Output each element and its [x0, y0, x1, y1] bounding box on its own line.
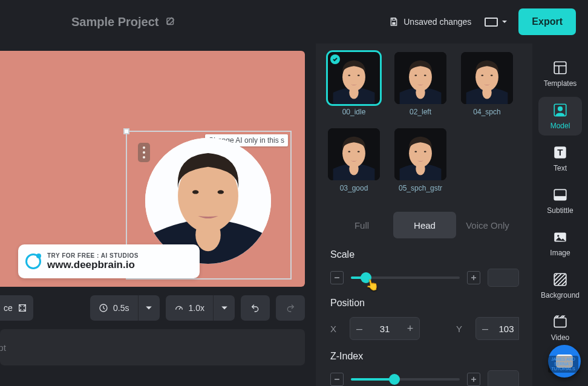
project-title-text: Sample Project [71, 15, 159, 29]
zindex-knob[interactable] [389, 374, 400, 385]
scale-value-input[interactable] [488, 269, 519, 287]
scale-decrement[interactable] [330, 271, 344, 284]
resize-handle-tl[interactable] [123, 128, 129, 134]
rail-image[interactable]: Image [538, 224, 582, 263]
check-icon [330, 54, 340, 64]
speed-button[interactable]: 1.0x [166, 295, 213, 321]
promo-tagline: TRY FOR FREE : AI STUDIOS [47, 252, 139, 259]
rail-label: Image [550, 249, 570, 257]
svg-point-17 [558, 107, 563, 111]
undo-button[interactable] [241, 295, 270, 321]
zindex-value-input[interactable] [488, 370, 519, 386]
scale-label: Scale [330, 249, 519, 260]
expand-icon [18, 303, 27, 313]
canvas-toolbar: ce 0.5s 1.0x [0, 295, 305, 321]
duration-button[interactable]: 0.5s [90, 295, 137, 321]
help-chat-button[interactable]: JAMES AND SERNA'S TUTORIALS [548, 345, 581, 378]
rail-label: Model [550, 122, 570, 130]
top-bar: Sample Project Unsaved changes Export [0, 0, 588, 44]
rail-label: Subtittle [547, 206, 573, 215]
x-stepper[interactable]: – 31 + [350, 317, 420, 340]
position-section: Position X – 31 + Y – 103 [330, 298, 519, 340]
model-thumb-05_spch_gstr[interactable]: 05_spch_gstr [394, 128, 446, 192]
rail-subtitle[interactable]: Subtittle [538, 182, 582, 220]
svg-rect-25 [554, 318, 566, 327]
thumb-label: 02_left [410, 108, 431, 116]
model-thumb-03_good[interactable]: 03_good [328, 128, 380, 192]
speedometer-icon [174, 303, 184, 313]
svg-point-23 [557, 235, 559, 237]
undo-icon [250, 303, 260, 313]
promo-url: www.deepbrain.io [47, 259, 135, 270]
mode-tab-head[interactable]: Head [393, 212, 456, 238]
thumb-label: 00_idle [342, 108, 366, 116]
svg-rect-11 [393, 18, 396, 20]
model-thumb-02_left[interactable]: 02_left [394, 52, 446, 116]
speed-dropdown[interactable] [213, 295, 235, 321]
rail-label: Background [541, 291, 580, 299]
edit-icon[interactable] [165, 16, 176, 27]
viewport-selector[interactable] [485, 18, 508, 27]
scale-increment[interactable] [467, 271, 480, 284]
unsaved-indicator: Unsaved changes [389, 17, 471, 27]
rail-text[interactable]: TText [538, 139, 582, 178]
zindex-increment[interactable] [467, 373, 480, 386]
x-increment[interactable]: + [401, 318, 419, 339]
y-value[interactable]: 103 [494, 324, 518, 334]
crop-mode-tabs: FullHeadVoice Only [330, 212, 519, 238]
tutorial-badge: JAMES AND SERNA'S TUTORIALS [548, 356, 578, 373]
y-stepper[interactable]: – 103 [475, 317, 519, 340]
zindex-decrement[interactable] [330, 373, 344, 386]
rail-model[interactable]: Model [538, 97, 582, 136]
save-icon [389, 17, 399, 27]
cursor-icon: 👆 [364, 277, 379, 292]
svg-rect-21 [554, 196, 566, 200]
x-axis-label: X [330, 324, 339, 334]
toolbar-left-partial[interactable]: ce [0, 295, 33, 321]
scale-slider[interactable]: 👆 [351, 276, 460, 279]
rail-templates[interactable]: Templates [538, 54, 582, 93]
y-axis-label: Y [456, 324, 465, 334]
rail-label: Text [554, 164, 567, 172]
x-value[interactable]: 31 [368, 324, 401, 334]
x-decrement[interactable]: – [350, 318, 368, 339]
model-thumb-00_idle[interactable]: 00_idle [328, 52, 380, 116]
y-decrement[interactable]: – [476, 318, 494, 339]
chevron-down-icon [501, 19, 508, 25]
element-menu-button[interactable] [138, 143, 150, 162]
rail-background[interactable]: Background [538, 266, 582, 305]
zindex-slider[interactable] [351, 378, 460, 381]
canvas-stage[interactable]: Change AI only in this s TRY FOR FREE : … [0, 51, 305, 287]
thumb-label: 05_spch_gstr [399, 184, 442, 192]
script-panel[interactable]: ipt [0, 329, 305, 365]
clock-icon [99, 303, 108, 313]
rail-label: Templates [544, 79, 577, 88]
unsaved-text: Unsaved changes [403, 17, 471, 27]
scale-section: Scale 👆 [330, 249, 519, 287]
promo-logo-icon [25, 254, 41, 269]
svg-rect-12 [393, 22, 396, 25]
mode-tab-full[interactable]: Full [330, 212, 393, 238]
rail-label: Video [551, 333, 569, 342]
viewport-icon [485, 18, 498, 27]
thumb-label: 04_spch [473, 108, 500, 116]
scale-knob[interactable]: 👆 [361, 272, 371, 283]
canvas-column: Change AI only in this s TRY FOR FREE : … [0, 44, 316, 386]
zindex-section: Z-Index [330, 351, 519, 386]
redo-icon [286, 303, 295, 313]
rail-video[interactable]: Video [538, 309, 582, 347]
right-rail: TemplatesModelTTextSubtittleImageBackgro… [532, 44, 588, 386]
thumb-label: 03_good [340, 184, 368, 192]
properties-panel: 00_idle02_left04_spch03_good05_spch_gstr… [316, 44, 532, 386]
svg-rect-15 [554, 62, 566, 74]
export-button[interactable]: Export [518, 8, 576, 35]
duration-dropdown[interactable] [138, 295, 160, 321]
zindex-label: Z-Index [330, 351, 519, 362]
mode-tab-voice-only[interactable]: Voice Only [456, 212, 519, 238]
promo-banner: TRY FOR FREE : AI STUDIOS www.deepbrain.… [18, 244, 200, 278]
duration-control[interactable]: 0.5s [90, 295, 159, 321]
project-title[interactable]: Sample Project [71, 15, 176, 29]
redo-button[interactable] [276, 295, 305, 321]
model-thumb-04_spch[interactable]: 04_spch [461, 52, 513, 116]
speed-control[interactable]: 1.0x [166, 295, 235, 321]
